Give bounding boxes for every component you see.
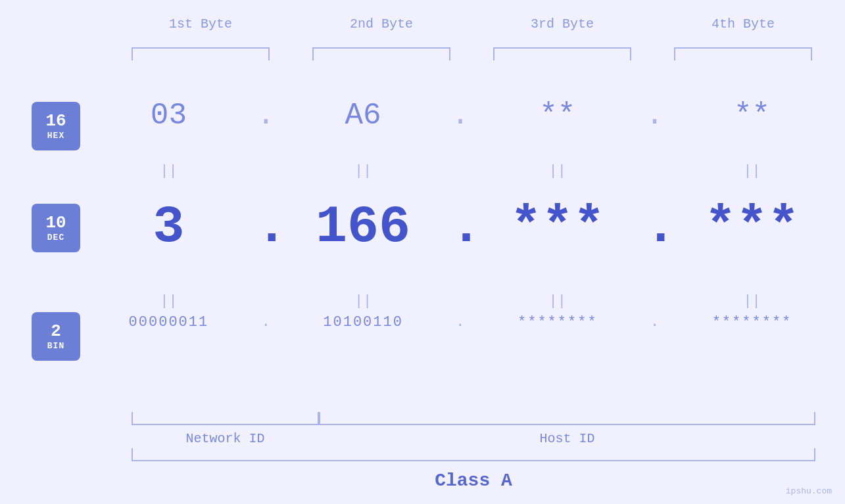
bin-byte2: 10100110 [304, 314, 422, 331]
hex-byte2: A6 [304, 99, 422, 133]
col3-bracket [493, 47, 631, 60]
col2-header: 2nd Byte [312, 16, 450, 32]
bin-row: 00000011 . 10100110 . ******** . *******… [95, 314, 825, 331]
bin-badge: 2 BIN [32, 312, 80, 361]
hex-badge-number: 16 [45, 112, 66, 131]
network-id-bracket [132, 412, 319, 425]
class-a-label: Class A [132, 470, 815, 491]
eq7: || [498, 293, 617, 309]
dec-byte1: 3 [109, 197, 228, 257]
bin-badge-number: 2 [51, 322, 61, 341]
bin-dot1: . [256, 314, 276, 331]
bin-dot2: . [450, 314, 470, 331]
host-id-label: Host ID [319, 431, 815, 446]
dec-row: 3 . 166 . *** . *** [95, 197, 825, 257]
watermark: ipshu.com [786, 486, 832, 496]
hex-badge-label: HEX [47, 131, 64, 141]
col4-header: 4th Byte [674, 16, 812, 32]
bin-byte1: 00000011 [109, 314, 228, 331]
class-a-bracket [132, 448, 815, 461]
dec-badge-label: DEC [47, 233, 64, 242]
dec-byte2: 166 [304, 197, 422, 257]
eq6: || [304, 293, 422, 309]
dec-byte3: *** [498, 197, 617, 257]
eq5: || [109, 293, 228, 309]
hex-byte4: ** [692, 99, 811, 133]
eq-dec-bin-row: || || || || [95, 293, 825, 309]
eq3: || [498, 163, 617, 179]
dec-dot2: . [450, 197, 470, 257]
hex-dot2: . [450, 99, 470, 133]
eq-hex-dec-row: || || || || [95, 163, 825, 179]
hex-byte1: 03 [109, 99, 228, 133]
bin-byte3: ******** [498, 314, 617, 331]
hex-row: 03 . A6 . ** . ** [95, 99, 825, 133]
eq1: || [109, 163, 228, 179]
dec-dot1: . [256, 197, 276, 257]
dec-badge: 10 DEC [32, 204, 80, 252]
bin-dot3: . [645, 314, 665, 331]
dec-badge-number: 10 [45, 214, 66, 233]
hex-dot1: . [256, 99, 276, 133]
hex-dot3: . [645, 99, 665, 133]
host-id-bracket [319, 412, 815, 425]
col2-bracket [312, 47, 450, 60]
bin-badge-label: BIN [47, 341, 64, 351]
col1-bracket [132, 47, 270, 60]
network-id-label: Network ID [132, 431, 319, 446]
eq8: || [692, 293, 811, 309]
eq4: || [692, 163, 811, 179]
col4-bracket [674, 47, 812, 60]
hex-badge: 16 HEX [32, 102, 80, 150]
hex-byte3: ** [498, 99, 617, 133]
col1-header: 1st Byte [132, 16, 270, 32]
eq2: || [304, 163, 422, 179]
main-container: 1st Byte 2nd Byte 3rd Byte 4th Byte 16 H… [0, 0, 845, 504]
dec-dot3: . [645, 197, 665, 257]
bin-byte4: ******** [692, 314, 811, 331]
dec-byte4: *** [692, 197, 811, 257]
col3-header: 3rd Byte [493, 16, 631, 32]
